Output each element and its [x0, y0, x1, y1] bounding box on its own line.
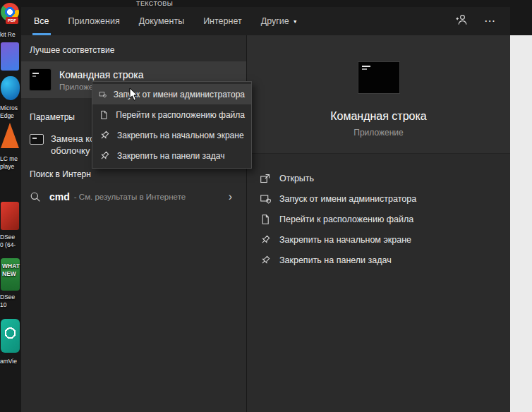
- settings-item-line1: Замена ко: [51, 133, 95, 145]
- tab-more[interactable]: Другие ▼: [261, 7, 298, 35]
- desktop-icon-label: DSee 10: [0, 293, 21, 309]
- action-open[interactable]: Открыть: [260, 168, 510, 188]
- file-location-icon: [260, 214, 271, 225]
- action-pin-taskbar[interactable]: Закрепить на панели задач: [260, 250, 510, 270]
- pin-icon: [260, 234, 271, 246]
- acdsee-icon[interactable]: [1, 202, 19, 230]
- user-account-icon[interactable]: [456, 13, 468, 29]
- file-location-icon: [99, 109, 109, 121]
- desktop-icon-label: LC me playe: [0, 155, 21, 171]
- best-match-header: Лучшее соответствие: [21, 35, 246, 61]
- tab-apps[interactable]: Приложения: [68, 7, 120, 35]
- menu-item-label: Закрепить на начальном экране: [117, 131, 244, 140]
- pin-icon: [99, 130, 110, 141]
- desktop-file-label: ТЕКСТОВЫ: [136, 0, 173, 7]
- app-icon[interactable]: [1, 42, 19, 71]
- open-icon: [260, 173, 271, 184]
- tab-label: Все: [34, 16, 49, 26]
- action-label: Открыть: [279, 174, 314, 183]
- more-options-icon[interactable]: ⋯: [484, 16, 496, 27]
- pin-icon: [260, 255, 271, 266]
- desktop-icon-label: kit Re: [0, 31, 21, 39]
- chevron-right-icon: ›: [229, 191, 238, 202]
- app-actions: Открыть Запуск от имени администратора П…: [247, 154, 510, 270]
- preview-column: Командная строка Приложение Открыть Запу…: [246, 35, 510, 412]
- menu-item-label: Перейти к расположению файла: [116, 110, 245, 120]
- menu-run-admin[interactable]: Запуск от имени администратора: [92, 84, 251, 104]
- settings-item-line2: оболочку: [51, 145, 95, 157]
- edge-icon[interactable]: [1, 76, 20, 100]
- search-tabs-bar: Все Приложения Документы Интернет Другие…: [21, 7, 510, 35]
- desktop-icon-label: WHAT NEW: [2, 262, 23, 278]
- tab-web[interactable]: Интернет: [203, 7, 242, 35]
- cmd-icon: [30, 69, 51, 90]
- menu-item-label: Запуск от имени администратора: [114, 90, 245, 99]
- action-run-admin[interactable]: Запуск от имени администратора: [260, 188, 510, 209]
- camera-app-icon[interactable]: [1, 319, 20, 353]
- chevron-down-icon: ▼: [293, 19, 298, 24]
- action-label: Закрепить на начальном экране: [279, 235, 411, 245]
- tab-all[interactable]: Все: [34, 7, 49, 35]
- web-search-item[interactable]: cmd - См. результаты в Интернете ›: [21, 186, 246, 207]
- run-as-admin-icon: [99, 89, 107, 100]
- menu-item-label: Закрепить на панели задач: [117, 151, 224, 161]
- tab-list: Все Приложения Документы Интернет Другие…: [21, 7, 317, 35]
- desktop-icon-label: DSee 0 (64-: [0, 234, 21, 249]
- search-icon: [30, 191, 41, 202]
- desktop-icon-label: amVie: [0, 358, 21, 365]
- background-window: [510, 35, 532, 412]
- tab-label: Документы: [139, 16, 184, 26]
- action-pin-start[interactable]: Закрепить на начальном экране: [260, 229, 510, 250]
- menu-pin-taskbar[interactable]: Закрепить на панели задач: [92, 145, 251, 166]
- topbar-actions: ⋯: [456, 7, 510, 35]
- context-menu: Запуск от имени администратора Перейти к…: [92, 81, 252, 169]
- desktop-icons-strip: PDF kit Re Micros Edge LC me playe DSee …: [0, 0, 21, 412]
- app-title: Командная строка: [247, 110, 510, 123]
- tab-documents[interactable]: Документы: [139, 7, 184, 35]
- desktop-icon-label: Micros Edge: [0, 104, 21, 120]
- vlc-cone-icon[interactable]: [1, 123, 19, 148]
- tab-label: Интернет: [203, 16, 242, 26]
- menu-file-location[interactable]: Перейти к расположению файла: [92, 104, 251, 125]
- action-label: Закрепить на панели задач: [279, 255, 392, 265]
- search-panel: Все Приложения Документы Интернет Другие…: [21, 7, 510, 412]
- search-query: cmd: [49, 191, 70, 202]
- cmd-icon-large: [358, 62, 399, 93]
- action-label: Запуск от имени администратора: [279, 194, 416, 204]
- tab-label: Приложения: [68, 16, 120, 26]
- best-match-title: Командная строка: [59, 69, 143, 80]
- menu-pin-start[interactable]: Закрепить на начальном экране: [92, 125, 251, 145]
- pdf-badge-icon[interactable]: PDF: [6, 17, 18, 24]
- tab-label: Другие: [261, 16, 289, 26]
- run-as-admin-icon: [260, 193, 271, 205]
- app-preview: Командная строка Приложение: [247, 35, 510, 154]
- pin-icon: [99, 150, 110, 162]
- action-label: Перейти к расположению файла: [279, 214, 413, 224]
- action-file-location[interactable]: Перейти к расположению файла: [260, 209, 510, 229]
- console-settings-icon: [30, 134, 44, 145]
- search-hint: - См. результаты в Интернете: [74, 193, 186, 201]
- app-type: Приложение: [247, 128, 510, 138]
